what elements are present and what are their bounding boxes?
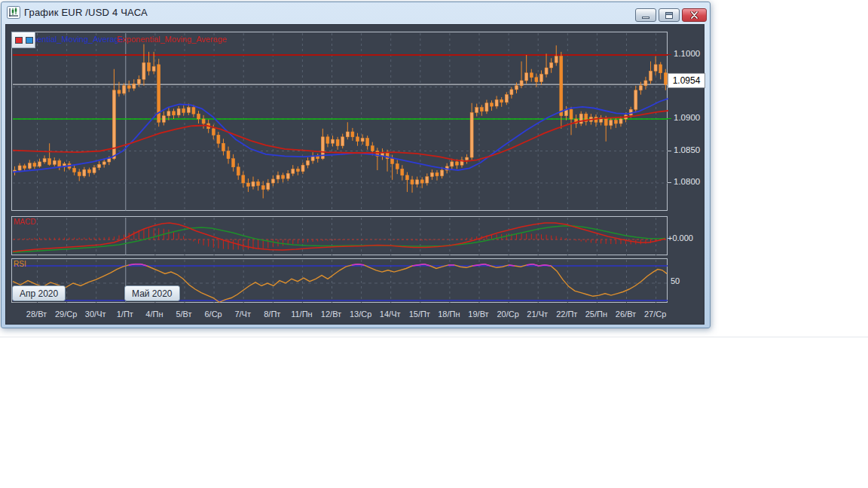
price-axis-label: 1.1000 — [674, 49, 700, 58]
close-icon — [690, 11, 698, 19]
indicator-buttons — [11, 32, 35, 48]
time-axis-label: 20/Ср — [497, 310, 518, 319]
window-title: График EUR /USD 4 ЧАСА — [24, 7, 148, 18]
time-axis-label: 22/Пт — [556, 310, 577, 319]
legend-ema-red: Exponential_Moving_Average — [117, 35, 227, 44]
close-button[interactable] — [682, 8, 707, 22]
time-axis-label: 27/Ср — [644, 310, 666, 319]
price-axis-tick — [668, 182, 671, 183]
minimize-icon — [642, 17, 649, 19]
time-axis-label: 28/Вт — [26, 310, 47, 319]
month-button-apr[interactable]: Апр 2020 — [12, 285, 66, 301]
current-price-tag: 1.0954 — [668, 73, 705, 88]
time-axis-label: 29/Ср — [55, 310, 77, 319]
time-axis-label: 14/Чт — [380, 310, 401, 319]
time-axis-label: 21/Чт — [527, 310, 548, 319]
price-axis-label: 1.0900 — [674, 113, 700, 122]
desktop-background: График EUR /USD 4 ЧАСА Exponential_Movin… — [0, 0, 868, 488]
price-axis-label: 1.0800 — [674, 177, 700, 186]
time-axis-label: 12/Вт — [321, 310, 341, 319]
macd-label: MACD — [14, 218, 35, 226]
time-axis-label: 5/Вт — [176, 310, 191, 319]
time-axis-label: 4/Пн — [145, 310, 163, 319]
indicator-blue-button[interactable] — [26, 37, 33, 44]
minimize-button[interactable] — [635, 8, 656, 22]
rsi-panel[interactable]: RSI — [11, 258, 668, 303]
price-chart-svg[interactable] — [12, 32, 668, 212]
maximize-icon — [665, 12, 673, 19]
maximize-button[interactable] — [659, 8, 680, 22]
rsi-label: RSI — [14, 260, 26, 268]
time-axis-label: 8/Пт — [264, 310, 280, 319]
macd-chart-svg[interactable] — [12, 217, 668, 256]
price-axis-tick — [668, 118, 671, 119]
price-axis-label: 1.0850 — [674, 145, 700, 154]
window-controls — [635, 8, 707, 22]
titlebar[interactable]: График EUR /USD 4 ЧАСА — [2, 2, 710, 23]
time-axis-label: 7/Чт — [234, 310, 251, 319]
indicator-red-button[interactable] — [15, 37, 23, 44]
time-axis-label: 6/Ср — [204, 310, 222, 319]
time-axis-label: 1/Пт — [117, 310, 133, 319]
macd-panel[interactable]: MACD — [11, 216, 668, 255]
time-axis-label: 18/Пн — [438, 310, 460, 319]
time-axis-label: 30/Чт — [85, 310, 106, 319]
time-axis-label: 11/Пн — [291, 310, 312, 319]
time-axis-label: 25/Пн — [585, 310, 607, 319]
candlestick-chart-icon — [7, 6, 20, 19]
chart-window: График EUR /USD 4 ЧАСА Exponential_Movin… — [1, 2, 711, 328]
time-axis-label: 15/Пт — [409, 310, 430, 319]
time-axis-label: 26/Вт — [616, 310, 636, 319]
chart-client-area: Exponential_Moving_Average Exponential_M… — [5, 24, 704, 325]
price-panel[interactable]: Exponential_Moving_Average Exponential_M… — [11, 32, 668, 211]
macd-zero-label: +0.000 — [668, 233, 693, 242]
time-axis-label: 13/Ср — [350, 310, 371, 319]
rsi-chart-svg[interactable] — [12, 259, 668, 303]
page-separator — [0, 337, 868, 337]
price-axis-tick — [668, 151, 671, 151]
time-axis-label: 19/Вт — [468, 310, 488, 319]
rsi-mid-label: 50 — [671, 276, 680, 285]
month-button-may[interactable]: Май 2020 — [124, 285, 180, 301]
price-axis-tick — [668, 54, 671, 55]
